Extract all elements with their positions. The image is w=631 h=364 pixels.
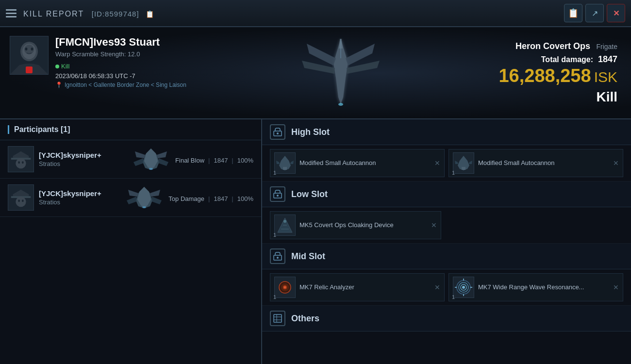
title-bar: KILL REPORT [ID:8599748] 📋 📋 ↗ ✕: [0, 0, 631, 27]
svg-point-17: [16, 158, 26, 168]
svg-point-57: [283, 220, 286, 223]
remove-item-button[interactable]: ✕: [434, 159, 440, 167]
close-icon: ✕: [613, 9, 619, 18]
svg-point-69: [462, 286, 465, 289]
warp-scramble: Warp Scramble Strength: 12.0: [55, 50, 186, 58]
ship-type: Heron Covert Ops: [515, 41, 590, 51]
participant-row[interactable]: [YJCK]skysniper+ Stratios Top Damage |: [0, 179, 261, 217]
damage-row: Total damage: 1847: [541, 54, 617, 65]
item-image: [274, 152, 296, 174]
damage-value: 1847: [598, 54, 617, 64]
svg-rect-50: [462, 167, 465, 170]
svg-point-64: [284, 286, 286, 288]
kill-datetime: 2023/06/18 06:58:33 UTC -7: [55, 72, 186, 80]
slot-item[interactable]: 1 MK7 Relic Analyzer ✕: [270, 273, 445, 301]
copy-icon: 📋: [568, 8, 579, 18]
slot-item[interactable]: 1 Modified Small Autocannon ✕: [270, 149, 445, 177]
low-slot-header: Low Slot: [262, 182, 631, 207]
participant-name: [YJCK]skysniper+: [39, 189, 120, 198]
svg-marker-14: [339, 39, 343, 49]
title-main: KILL REPORT: [23, 10, 84, 18]
participant-ship: Stratios: [39, 199, 120, 206]
slot-item[interactable]: 1 MK7 Wid: [448, 273, 623, 301]
item-qty: 1: [273, 232, 276, 238]
participant-ship-image: [125, 185, 164, 210]
slot-item[interactable]: 1 Modified Small Autocannon ✕: [448, 149, 623, 177]
item-qty: 1: [452, 170, 455, 176]
low-slot-title: Low Slot: [291, 189, 328, 199]
damage-label: Total damage:: [541, 55, 593, 64]
others-title: Others: [291, 314, 319, 324]
isk-unit: ISK: [594, 69, 617, 85]
item-name: Modified Small Autocannon: [478, 159, 555, 167]
svg-marker-8: [307, 44, 336, 66]
menu-button[interactable]: [6, 9, 17, 17]
ship-image-area: [196, 27, 485, 118]
svg-point-38: [142, 206, 146, 208]
mid-slot-header: Mid Slot: [262, 244, 631, 269]
remove-item-button[interactable]: ✕: [613, 159, 619, 167]
mid-slot-title: Mid Slot: [291, 251, 325, 262]
ship-class: Frigate: [596, 43, 617, 50]
others-header: Others: [262, 306, 631, 331]
svg-point-30: [18, 199, 20, 202]
participant-row[interactable]: [YJCK]skysniper+ Stratios Final Blow |: [0, 140, 261, 179]
participant-ship: Stratios: [39, 160, 127, 167]
svg-point-4: [25, 48, 28, 50]
participants-header: Participants [1]: [0, 119, 261, 140]
svg-rect-45: [283, 167, 287, 170]
svg-marker-36: [127, 197, 137, 204]
stat-percent-1: 100%: [237, 157, 253, 164]
stat-damage-1: 1847: [214, 157, 228, 164]
participant-avatar: [8, 146, 34, 172]
item-qty: 1: [452, 294, 455, 300]
remove-item-button[interactable]: ✕: [613, 283, 619, 291]
svg-marker-9: [346, 44, 375, 66]
mid-slot-icon: [270, 248, 285, 264]
item-image: [453, 152, 474, 174]
svg-point-29: [16, 197, 26, 207]
slots-panel: High Slot 1 Modified Small Autocannon ✕: [262, 119, 631, 364]
stat-label-2: Top Damage: [168, 195, 204, 202]
avatar-badge: [26, 66, 33, 73]
isk-value: 16,288,258: [498, 66, 591, 85]
header-left: [FMCN]Ives93 Stuart Warp Scramble Streng…: [0, 27, 196, 118]
header-right: Heron Covert Ops Frigate Total damage: 1…: [485, 27, 631, 118]
item-image: [274, 215, 296, 236]
high-slot-header: High Slot: [262, 119, 631, 145]
item-name: MK7 Relic Analyzer: [299, 283, 354, 292]
participant-avatar: [8, 184, 34, 211]
svg-marker-22: [135, 151, 145, 158]
svg-point-31: [22, 199, 24, 202]
item-qty: 1: [273, 170, 276, 176]
item-image: [274, 277, 296, 298]
svg-point-59: [277, 257, 279, 259]
main-body: Participants [1] [YJCK]skysniper+ Strati…: [0, 119, 631, 364]
participant-stats: Final Blow | 1847 | 100%: [175, 155, 253, 164]
item-name: Modified Small Autocannon: [299, 159, 376, 167]
low-slot-icon: [270, 186, 285, 202]
participants-panel: Participants [1] [YJCK]skysniper+ Strati…: [0, 119, 262, 364]
title-id: [ID:8599748]: [92, 10, 139, 18]
svg-marker-24: [133, 158, 144, 166]
stat-percent-2: 100%: [237, 195, 253, 202]
svg-point-52: [277, 195, 279, 197]
participant-info: [YJCK]skysniper+ Stratios: [39, 151, 127, 167]
others-icon: [270, 311, 285, 326]
svg-point-40: [277, 132, 279, 134]
copy-id-icon[interactable]: 📋: [146, 10, 155, 18]
close-button[interactable]: ✕: [607, 4, 625, 22]
remove-item-button[interactable]: ✕: [434, 283, 440, 291]
export-button[interactable]: ↗: [585, 4, 604, 22]
slot-item[interactable]: 1 MK5 Covert Ops Cloaking Device ✕: [270, 211, 441, 239]
copy-button[interactable]: 📋: [564, 4, 582, 22]
svg-marker-34: [128, 190, 138, 197]
kill-location[interactable]: 📍 Ignoitton < Gallente Border Zone < Sin…: [55, 82, 186, 88]
high-slot-title: High Slot: [291, 127, 330, 137]
participant-ship-image: [132, 147, 170, 171]
victim-avatar: [10, 36, 49, 75]
svg-marker-37: [151, 197, 162, 204]
participant-info: [YJCK]skysniper+ Stratios: [39, 189, 120, 206]
remove-item-button[interactable]: ✕: [431, 221, 437, 229]
svg-marker-23: [157, 151, 167, 158]
